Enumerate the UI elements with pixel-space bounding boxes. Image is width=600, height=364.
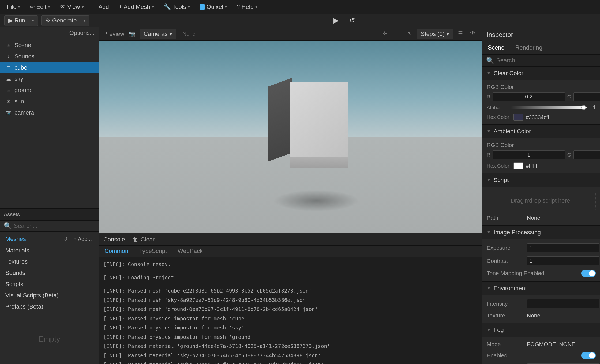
- category-prefabs[interactable]: Prefabs (Beta): [0, 301, 99, 312]
- separator-tool: |: [392, 29, 402, 38]
- cube-bottom-face: [290, 157, 348, 168]
- console-output: [INFO]: Console ready.[INFO]: Loading Pr…: [99, 257, 482, 364]
- asset-categories: Meshes ↺ + Add... Materials Textures Sou…: [0, 232, 99, 314]
- menu-quixel-arrow: ▾: [225, 4, 227, 9]
- cursor-tool-btn[interactable]: ↖: [404, 29, 415, 38]
- section-fog: ▼ Fog Mode FOGMODE_NONE Enabled Start: [482, 323, 600, 364]
- section-environment-content: Intensity Texture None: [482, 295, 600, 323]
- tree-item-camera[interactable]: 📷 camera: [0, 107, 99, 118]
- console-separator: [103, 283, 478, 285]
- hex-swatch-ambient[interactable]: [513, 162, 523, 169]
- menu-edit-arrow: ▾: [48, 4, 50, 9]
- plus-icon: +: [93, 3, 97, 10]
- meshes-refresh-btn[interactable]: ↺: [62, 235, 69, 243]
- contrast-input[interactable]: [527, 256, 599, 265]
- menu-add[interactable]: + Add: [90, 2, 113, 12]
- tree-item-cube[interactable]: □ cube: [0, 62, 99, 73]
- menu-add-label: Add: [99, 3, 109, 10]
- console-line: [INFO]: Parsed material 'ground-44ce4d7a…: [103, 342, 478, 351]
- scene-icon: ⊞: [5, 42, 12, 48]
- tree-item-sun-label: sun: [14, 98, 24, 105]
- viewport[interactable]: [99, 41, 482, 233]
- inspector-tab-scene[interactable]: Scene: [482, 41, 510, 54]
- category-materials[interactable]: Materials: [0, 245, 99, 256]
- run-btn[interactable]: ▶ Run... ▾: [4, 15, 38, 26]
- tab-typescript[interactable]: TypeScript: [134, 245, 172, 257]
- category-visual-scripts[interactable]: Visual Scripts (Beta): [0, 290, 99, 301]
- clear-icon: 🗑: [133, 236, 138, 243]
- tree-item-scene[interactable]: ⊞ Scene: [0, 40, 99, 51]
- inspector-tab-rendering[interactable]: Rendering: [510, 41, 548, 54]
- generate-icon: ⚙: [45, 17, 51, 24]
- fog-enabled-toggle[interactable]: [581, 352, 596, 359]
- section-environment-header[interactable]: ▼ Environment: [482, 282, 600, 295]
- inspector-search-icon: 🔍: [486, 57, 494, 64]
- hex-value-clear: #33334cff: [526, 114, 549, 120]
- g-input-ambient[interactable]: [573, 150, 600, 159]
- category-textures[interactable]: Textures: [0, 256, 99, 267]
- section-ambient-color-header[interactable]: ▼ Ambient Color: [482, 125, 600, 138]
- menu-help[interactable]: ? Help ▾: [233, 2, 261, 12]
- section-script-header[interactable]: ▼ Script: [482, 173, 600, 187]
- cube-shadow: [273, 190, 359, 211]
- tone-mapping-toggle[interactable]: [581, 270, 596, 277]
- section-fog-header[interactable]: ▼ Fog: [482, 323, 600, 337]
- category-prefabs-label: Prefabs (Beta): [5, 303, 43, 310]
- menu-quixel[interactable]: Quixel ▾: [196, 2, 231, 12]
- cameras-button[interactable]: Cameras ▾: [140, 29, 176, 39]
- menu-add-mesh-label: Add Mesh: [124, 3, 150, 10]
- tree-item-sky[interactable]: ☁ sky: [0, 73, 99, 85]
- run-icon: ▶: [8, 17, 13, 24]
- steps-button[interactable]: Steps (0) ▾: [417, 29, 453, 39]
- inspector-title: Inspector: [482, 27, 600, 41]
- assets-search-input[interactable]: [14, 222, 95, 229]
- clear-button[interactable]: 🗑 Clear: [129, 235, 158, 244]
- script-dropzone[interactable]: Drag'n'drop script here.: [487, 192, 596, 210]
- cube-icon: □: [5, 65, 12, 71]
- eye-tool-btn[interactable]: 👁: [468, 29, 478, 38]
- tab-webpack[interactable]: WebPack: [172, 245, 208, 257]
- hex-swatch-clear[interactable]: [513, 114, 523, 121]
- intensity-input[interactable]: [527, 299, 599, 308]
- cube-front-face: [290, 82, 348, 157]
- console-header: Console 🗑 Clear: [99, 233, 482, 246]
- section-clear-color-header[interactable]: ▼ Clear Color: [482, 67, 600, 80]
- menu-edit[interactable]: ✏ Edit ▾: [26, 2, 54, 12]
- main-content: Options... ⊞ Scene ♪ Sounds □ cube ☁ sky: [0, 27, 600, 364]
- move-tool-btn[interactable]: ✛: [380, 29, 390, 38]
- menu-view[interactable]: 👁 View ▾: [56, 2, 87, 12]
- menu-tool-btn[interactable]: ☰: [455, 29, 466, 38]
- r-input-clear[interactable]: [493, 92, 565, 101]
- play-button[interactable]: ▶: [330, 15, 342, 26]
- category-materials-label: Materials: [5, 247, 29, 254]
- tree-item-ground[interactable]: ⊟ ground: [0, 85, 99, 96]
- exposure-input[interactable]: [527, 243, 599, 252]
- menu-tools[interactable]: 🔧 Tools ▾: [160, 2, 194, 12]
- inspector-search-bar: 🔍: [482, 55, 600, 67]
- category-sounds[interactable]: Sounds: [0, 267, 99, 279]
- alpha-slider-clear[interactable]: [511, 106, 587, 109]
- assets-panel: Assets 🔍 Meshes ↺ + Add... Materials: [0, 209, 99, 364]
- section-image-processing-header[interactable]: ▼ Image Processing: [482, 226, 600, 239]
- menu-tools-arrow: ▾: [188, 4, 190, 9]
- menu-file[interactable]: File ▾: [3, 2, 24, 12]
- category-scripts[interactable]: Scripts: [0, 279, 99, 290]
- g-input-clear[interactable]: [573, 92, 600, 101]
- steps-label: Steps (0): [421, 31, 445, 37]
- category-meshes[interactable]: Meshes ↺ + Add...: [0, 233, 99, 245]
- alpha-value-clear: 1: [589, 104, 596, 111]
- tree-item-sun[interactable]: ☀ sun: [0, 96, 99, 107]
- inspector-search-input[interactable]: [496, 57, 596, 64]
- collapse-icon-ambient: ▼: [487, 129, 491, 134]
- generate-btn[interactable]: ⚙ Generate... ▾: [41, 15, 89, 26]
- refresh-button[interactable]: ↺: [346, 15, 358, 26]
- options-button[interactable]: Options...: [0, 27, 99, 39]
- menu-help-label: Help: [242, 3, 254, 10]
- tab-common[interactable]: Common: [99, 245, 134, 257]
- section-fog-content: Mode FOGMODE_NONE Enabled Start End: [482, 337, 600, 364]
- r-input-ambient[interactable]: [493, 150, 565, 159]
- clear-color-rgb-label: RGB Color: [482, 82, 600, 91]
- meshes-add-btn[interactable]: + Add...: [72, 236, 93, 243]
- tree-item-sounds[interactable]: ♪ Sounds: [0, 51, 99, 62]
- menu-add-mesh[interactable]: + Add Mesh ▾: [115, 2, 158, 12]
